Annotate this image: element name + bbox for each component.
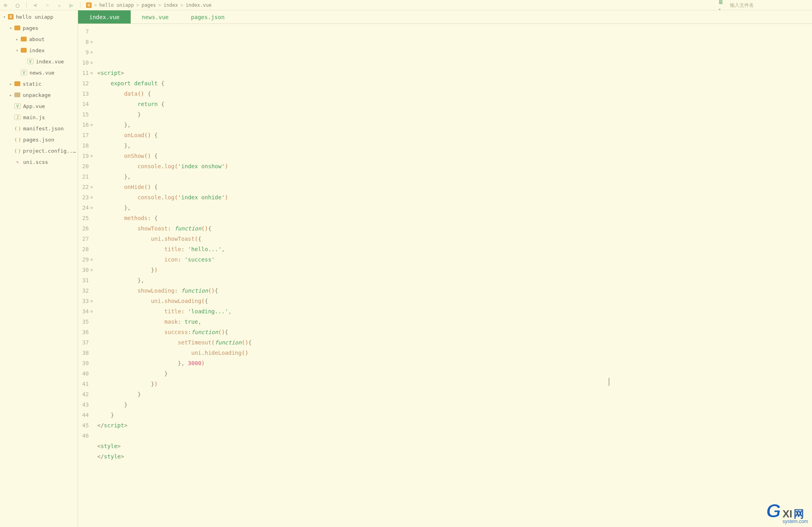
line-number: 37 <box>78 337 96 348</box>
code-line[interactable]: }, <box>97 120 812 130</box>
code-line[interactable]: uni.hideLoading() <box>97 348 812 358</box>
line-number: 17 <box>78 130 96 140</box>
code-line[interactable]: } <box>97 389 812 399</box>
code-line[interactable]: success:function(){ <box>97 327 812 337</box>
file-item[interactable]: pages.json <box>0 134 78 145</box>
code-line[interactable]: icon: 'success' <box>97 254 812 265</box>
code-line[interactable]: <style> <box>97 441 812 451</box>
star-icon[interactable]: ☆ <box>56 2 63 8</box>
code-line[interactable]: export default { <box>97 78 812 88</box>
folder-item[interactable]: ▸static <box>0 78 78 89</box>
filename-search-input[interactable] <box>730 2 810 8</box>
code-line[interactable]: } <box>97 109 812 120</box>
code-line[interactable]: } <box>97 368 812 379</box>
code-line[interactable]: mask: true, <box>97 317 812 327</box>
code-line[interactable]: }, 3000) <box>97 358 812 368</box>
code-line[interactable] <box>97 57 812 68</box>
code-line[interactable]: }, <box>97 140 812 151</box>
tree-item-label: static <box>23 81 41 87</box>
code-line[interactable]: uni.showToast({ <box>97 234 812 244</box>
chevron-right-icon[interactable]: ▸ <box>9 93 13 97</box>
file-item[interactable]: App.vue <box>0 100 78 112</box>
code-line[interactable]: }) <box>97 265 812 275</box>
code-line[interactable]: } <box>97 410 812 420</box>
file-item[interactable]: manifest.json <box>0 123 78 134</box>
fold-icon[interactable]: ⊟ <box>90 306 93 317</box>
back-icon[interactable]: < <box>32 2 39 8</box>
fold-icon[interactable]: ⊟ <box>90 68 93 78</box>
code-line[interactable]: title: 'loading...', <box>97 306 812 317</box>
code-line[interactable]: methods: { <box>97 213 812 223</box>
file-item[interactable]: main.js <box>0 112 78 123</box>
fold-icon[interactable]: ⊟ <box>90 192 93 203</box>
breadcrumb-item[interactable]: index.vue <box>186 2 212 8</box>
breadcrumb-item[interactable]: pages <box>141 2 156 8</box>
code-line[interactable]: }, <box>97 275 812 285</box>
editor-tab[interactable]: index.vue <box>78 10 131 24</box>
code-line[interactable]: showToast: function(){ <box>97 223 812 234</box>
terminal-icon[interactable]: ⎋ <box>2 2 9 8</box>
chevron-right-icon[interactable]: ▸ <box>15 37 19 41</box>
chevron-down-icon[interactable]: ▾ <box>9 26 13 30</box>
save-icon[interactable]: ▢ <box>14 2 21 8</box>
folder-icon <box>14 26 20 30</box>
chevron-down-icon[interactable]: ▾ <box>15 48 19 53</box>
fold-icon[interactable]: ⊟ <box>90 296 93 306</box>
code-editor[interactable]: 78⊟9⊟10⊟11⊟1213141516⊟171819⊟202122⊟23⊟2… <box>78 24 812 527</box>
fold-icon[interactable]: ⊟ <box>90 265 93 275</box>
breadcrumb-item[interactable]: hello uniapp <box>99 2 134 8</box>
code-content[interactable]: <script> export default { data() { retur… <box>97 24 812 527</box>
code-line[interactable]: showLoading: function(){ <box>97 285 812 296</box>
new-file-icon[interactable]: 🗎₊ <box>718 2 724 8</box>
folder-item[interactable]: ▾Uhello uniapp <box>0 11 78 22</box>
code-line[interactable] <box>97 462 812 472</box>
code-line[interactable]: onHide() { <box>97 182 812 192</box>
code-line[interactable]: console.log('index onshow') <box>97 161 812 171</box>
fold-icon[interactable]: ⊟ <box>90 47 93 57</box>
fold-icon[interactable]: ⊟ <box>90 151 93 161</box>
folder-item[interactable]: ▸about <box>0 33 78 45</box>
folder-item[interactable]: ▾index <box>0 45 78 56</box>
code-line[interactable]: return { <box>97 99 812 109</box>
file-item[interactable]: news.vue <box>0 67 78 78</box>
code-line[interactable]: <script> <box>97 68 812 78</box>
run-icon[interactable]: ▷ <box>68 2 75 8</box>
code-line[interactable]: </style> <box>97 451 812 462</box>
code-line[interactable]: title: 'hello...', <box>97 244 812 254</box>
code-line[interactable]: uni.showLoading({ <box>97 296 812 306</box>
code-line[interactable]: console.log('index onhide') <box>97 192 812 203</box>
chevron-down-icon[interactable]: ▾ <box>2 15 6 19</box>
forward-icon[interactable]: > <box>44 2 51 8</box>
vue-icon <box>21 70 27 75</box>
chevron-right-icon[interactable]: ▸ <box>9 82 13 86</box>
fold-icon[interactable]: ⊟ <box>90 120 93 130</box>
line-number: 31 <box>78 275 96 285</box>
breadcrumb-item[interactable]: index <box>164 2 178 8</box>
file-item[interactable]: uni.scss <box>0 156 78 167</box>
folder-item[interactable]: ▸unpackage <box>0 89 78 100</box>
code-line[interactable]: }, <box>97 171 812 182</box>
line-number: 45 <box>78 420 96 431</box>
line-number: 10⊟ <box>78 57 96 68</box>
fold-icon[interactable]: ⊟ <box>90 203 93 213</box>
code-line[interactable] <box>97 431 812 441</box>
fold-icon[interactable]: ⊟ <box>90 57 93 68</box>
code-line[interactable]: </script> <box>97 420 812 431</box>
code-line[interactable]: } <box>97 399 812 410</box>
folder-item[interactable]: ▾pages <box>0 22 78 33</box>
folder-icon <box>14 81 20 86</box>
file-item[interactable]: project.config.... <box>0 145 78 156</box>
editor-tab[interactable]: news.vue <box>131 10 180 24</box>
code-line[interactable]: onShow() { <box>97 151 812 161</box>
chevron-right-icon: > <box>136 2 139 8</box>
file-item[interactable]: index.vue <box>0 56 78 67</box>
code-line[interactable]: }) <box>97 379 812 389</box>
code-line[interactable]: data() { <box>97 88 812 99</box>
code-line[interactable]: onLoad() { <box>97 130 812 140</box>
fold-icon[interactable]: ⊟ <box>90 182 93 192</box>
editor-tab[interactable]: pages.json <box>180 10 235 24</box>
code-line[interactable]: }, <box>97 203 812 213</box>
code-line[interactable]: setTimeout(function(){ <box>97 337 812 348</box>
fold-icon[interactable]: ⊟ <box>90 254 93 265</box>
fold-icon[interactable]: ⊟ <box>90 37 93 47</box>
